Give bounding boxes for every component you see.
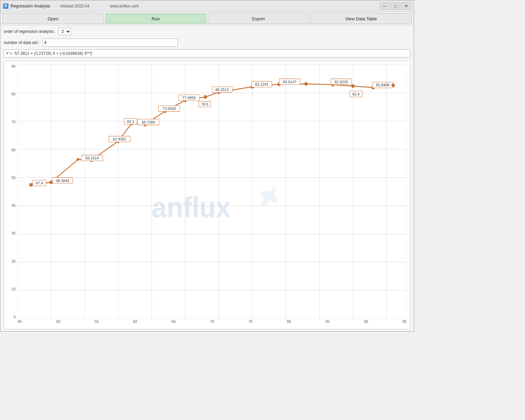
- svg-text:83.0147: 83.0147: [283, 80, 296, 84]
- svg-text:48.3844: 48.3844: [56, 178, 69, 182]
- x-label-75: 75: [249, 319, 253, 324]
- svg-text:80.2512: 80.2512: [215, 88, 229, 92]
- y-axis: 0 10 20 30 40 50 60 70 80 90: [4, 65, 17, 319]
- x-label-55: 55: [95, 319, 99, 324]
- data-point-3: [76, 158, 79, 161]
- svg-text:69.2: 69.2: [127, 119, 134, 123]
- svg-text:78.5: 78.5: [201, 102, 208, 106]
- app-icon: R: [3, 3, 8, 9]
- y-label-60: 60: [4, 148, 17, 152]
- y-label-50: 50: [4, 176, 17, 180]
- y-label-10: 10: [4, 287, 17, 291]
- x-axis: 45 50 55 60 65 70 75 80 85 90 95: [18, 319, 407, 329]
- equation-bar: Y = -57.2811 + (3.23726) X + (-0.0186638…: [4, 49, 410, 58]
- svg-text:82.4: 82.4: [352, 92, 360, 96]
- x-label-50: 50: [56, 319, 60, 324]
- dataset-row: number of data set :: [0, 37, 414, 48]
- y-label-30: 30: [4, 231, 17, 235]
- chart-svg: 47.4 48.3844 56.1514 62.9361 69.2: [18, 65, 407, 319]
- svg-text:56.1514: 56.1514: [85, 156, 98, 160]
- svg-text:81.8488: 81.8488: [376, 83, 389, 87]
- minimize-button[interactable]: —: [380, 2, 389, 10]
- export-button[interactable]: Export: [208, 13, 309, 24]
- watermark-text: anflux: [152, 191, 231, 224]
- svg-text:82.9229: 82.9229: [335, 80, 348, 84]
- data-point-16: [351, 84, 355, 88]
- view-data-table-button[interactable]: View Data Table: [311, 13, 412, 24]
- dataset-input[interactable]: [43, 39, 178, 47]
- run-button[interactable]: Run: [105, 13, 207, 24]
- release-label: release:2020.04: [60, 4, 89, 8]
- order-label: order of regression analysis :: [4, 29, 56, 34]
- data-point-14: [304, 82, 308, 86]
- chart-container: 0 10 20 30 40 50 60 70 80 90: [4, 61, 410, 329]
- open-button[interactable]: Open: [2, 13, 104, 24]
- x-label-90: 90: [364, 319, 368, 324]
- x-label-80: 80: [287, 319, 291, 324]
- svg-text:62.9361: 62.9361: [113, 137, 126, 141]
- y-label-70: 70: [4, 120, 17, 124]
- close-button[interactable]: ✕: [402, 2, 411, 10]
- watermark-icon: [260, 188, 277, 206]
- x-label-85: 85: [325, 319, 329, 324]
- y-label-80: 80: [4, 92, 17, 96]
- chart-svg-area: 47.4 48.3844 56.1514 62.9361 69.2: [18, 65, 407, 319]
- x-label-70: 70: [210, 319, 214, 324]
- svg-text:82.1241: 82.1241: [255, 82, 268, 86]
- x-label-60: 60: [133, 319, 137, 324]
- svg-text:73.5583: 73.5583: [162, 107, 176, 111]
- window-controls: — □ ✕: [380, 2, 411, 10]
- url-label: www.anflux.com: [110, 4, 139, 8]
- svg-text:47.4: 47.4: [36, 181, 43, 185]
- equation-text: Y = -57.2811 + (3.23726) X + (-0.0186638…: [6, 51, 92, 56]
- y-label-20: 20: [4, 260, 17, 263]
- y-label-90: 90: [4, 65, 17, 68]
- dataset-label: number of data set :: [4, 40, 40, 45]
- main-window: R Regression Analysis release:2020.04 ww…: [0, 0, 414, 332]
- data-point-18: [391, 84, 395, 87]
- maximize-button[interactable]: □: [391, 2, 400, 10]
- y-label-0: 0: [4, 315, 17, 319]
- svg-text:77.3959: 77.3959: [182, 96, 196, 100]
- y-label-40: 40: [4, 204, 17, 207]
- window-title: Regression Analysis: [10, 3, 50, 8]
- title-bar: R Regression Analysis release:2020.04 ww…: [0, 0, 414, 12]
- toolbar: Open Run Export View Data Table: [0, 12, 414, 26]
- x-label-95: 95: [403, 319, 407, 324]
- order-select[interactable]: 1 2 3 4: [59, 28, 71, 35]
- x-label-65: 65: [172, 319, 176, 324]
- data-point-1: [29, 183, 33, 187]
- data-point-10: [204, 95, 207, 99]
- x-label-45: 45: [18, 319, 22, 324]
- controls-row: order of regression analysis : 1 2 3 4: [0, 26, 414, 37]
- svg-text:68.7384: 68.7384: [142, 120, 155, 124]
